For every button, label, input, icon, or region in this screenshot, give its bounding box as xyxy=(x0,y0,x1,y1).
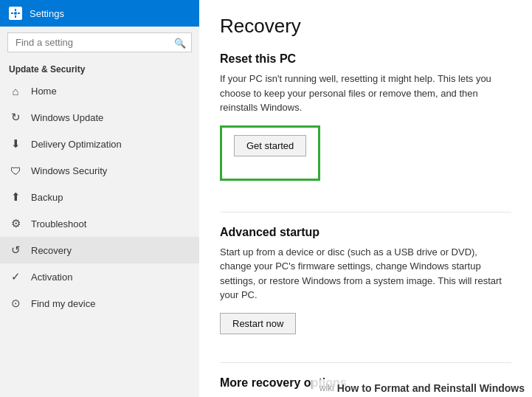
reset-section-description: If your PC isn't running well, resetting… xyxy=(220,72,511,115)
sidebar-item-troubleshoot[interactable]: ⚙ Troubleshoot xyxy=(0,210,199,237)
sidebar: Settings 🔍 Update & Security ⌂ Home ↻ Wi… xyxy=(0,0,199,397)
svg-rect-1 xyxy=(15,9,16,11)
svg-rect-4 xyxy=(18,13,20,14)
sidebar-item-windows-security[interactable]: 🛡 Windows Security xyxy=(0,157,199,184)
window-title: Settings xyxy=(30,8,64,19)
watermark-bar: wiki How to Format and Reinstall Windows xyxy=(312,379,532,397)
sidebar-item-delivery-optimization[interactable]: ⬇ Delivery Optimization xyxy=(0,131,199,157)
sidebar-header: Settings xyxy=(0,0,199,27)
svg-rect-2 xyxy=(15,15,16,18)
svg-point-0 xyxy=(14,12,17,15)
find-my-device-icon: ⊙ xyxy=(9,297,22,310)
sidebar-item-windows-update[interactable]: ↻ Windows Update xyxy=(0,104,199,131)
sidebar-item-label-find-my-device: Find my device xyxy=(31,298,95,309)
get-started-button[interactable]: Get started xyxy=(234,135,306,156)
sidebar-item-label-home: Home xyxy=(31,86,57,97)
recovery-icon: ↺ xyxy=(9,244,22,257)
sidebar-item-label-backup: Backup xyxy=(31,192,63,203)
troubleshoot-icon: ⚙ xyxy=(9,217,22,230)
windows-update-icon: ↻ xyxy=(9,111,22,124)
delivery-optimization-icon: ⬇ xyxy=(9,137,22,151)
restart-now-button[interactable]: Restart now xyxy=(220,313,296,334)
sidebar-item-label-windows-security: Windows Security xyxy=(31,165,107,176)
sidebar-item-label-activation: Activation xyxy=(31,272,72,283)
sidebar-item-label-windows-update: Windows Update xyxy=(31,112,103,123)
watermark-wiki: wiki xyxy=(319,383,334,393)
sidebar-item-label-troubleshoot: Troubleshoot xyxy=(31,218,86,229)
get-started-highlight-box: Get started xyxy=(220,125,320,181)
sidebar-item-activation[interactable]: ✓ Activation xyxy=(0,263,199,290)
backup-icon: ⬆ xyxy=(9,190,22,204)
page-title: Recovery xyxy=(220,15,511,38)
activation-icon: ✓ xyxy=(9,270,22,283)
reset-section-title: Reset this PC xyxy=(220,52,511,66)
sidebar-item-backup[interactable]: ⬆ Backup xyxy=(0,184,199,210)
section-title: Update & Security xyxy=(0,58,199,77)
sidebar-item-label-recovery: Recovery xyxy=(31,245,72,256)
sidebar-item-find-my-device[interactable]: ⊙ Find my device xyxy=(0,290,199,317)
advanced-section-description: Start up from a device or disc (such as … xyxy=(220,245,511,303)
sidebar-item-label-delivery-optimization: Delivery Optimization xyxy=(31,139,122,150)
watermark-text: How to Format and Reinstall Windows xyxy=(337,382,525,394)
search-container: 🔍 xyxy=(7,32,192,52)
divider-2 xyxy=(220,362,511,363)
windows-security-icon: 🛡 xyxy=(9,164,22,177)
search-input[interactable] xyxy=(7,32,192,52)
divider-1 xyxy=(220,212,511,213)
main-content: Recovery Reset this PC If your PC isn't … xyxy=(199,0,532,397)
svg-rect-3 xyxy=(11,13,13,14)
sidebar-item-home[interactable]: ⌂ Home xyxy=(0,77,199,104)
home-icon: ⌂ xyxy=(9,84,22,97)
search-icon: 🔍 xyxy=(174,37,186,48)
advanced-section-title: Advanced startup xyxy=(220,226,511,239)
settings-icon xyxy=(9,7,22,20)
sidebar-item-recovery[interactable]: ↺ Recovery xyxy=(0,237,199,263)
